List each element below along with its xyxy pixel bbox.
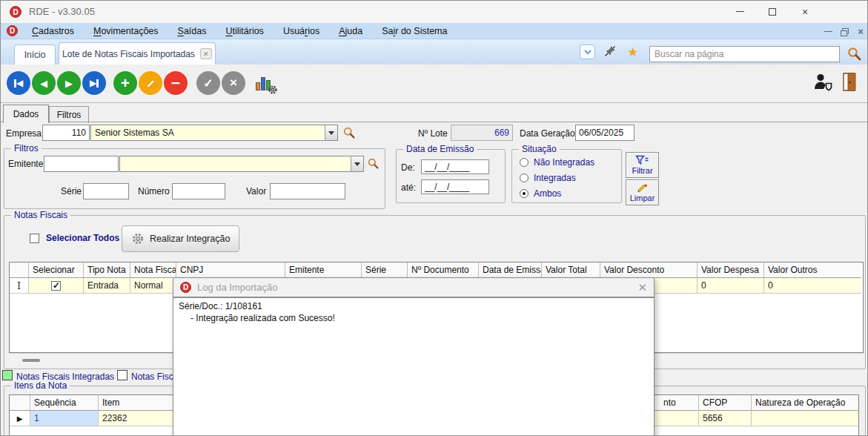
numero-label: Número bbox=[138, 186, 170, 196]
column-header[interactable]: CFOP bbox=[699, 395, 752, 411]
emitente-search-button[interactable] bbox=[367, 157, 380, 170]
last-record-button[interactable]: ▶ bbox=[82, 71, 106, 95]
ate-label: até: bbox=[401, 182, 416, 193]
search-input[interactable] bbox=[649, 46, 840, 62]
radio-nao-integradas[interactable]: Não Integradas bbox=[520, 157, 594, 168]
valor-input[interactable] bbox=[270, 183, 345, 199]
emitente-label: Emitente bbox=[8, 159, 43, 169]
mdi-restore-button[interactable] bbox=[837, 25, 852, 37]
limpar-button[interactable]: Limpar bbox=[626, 179, 659, 205]
scrollbar-thumb[interactable] bbox=[22, 359, 40, 362]
column-header[interactable]: Valor Total bbox=[542, 262, 600, 278]
maximize-button[interactable] bbox=[756, 1, 789, 22]
cell-nota-fiscal: Normal bbox=[130, 278, 176, 294]
column-header[interactable]: CNPJ bbox=[176, 262, 285, 278]
dialog-close-icon[interactable]: ✕ bbox=[637, 281, 647, 294]
chart-bar-icon bbox=[256, 82, 260, 90]
tab-list-dropdown-button[interactable] bbox=[580, 44, 595, 59]
chart-settings-button[interactable] bbox=[254, 73, 276, 93]
tab-filtros[interactable]: Filtros bbox=[49, 106, 89, 123]
radio-integradas[interactable]: Integradas bbox=[520, 173, 576, 183]
application-window: D RDE - v3.30.05 × D Cadastros Movimenta… bbox=[0, 0, 868, 436]
column-header[interactable]: Valor Despesa bbox=[698, 262, 764, 278]
pencil-icon bbox=[145, 78, 156, 89]
last-arrow-icon: ▶ bbox=[90, 78, 96, 88]
mdi-minimize-button[interactable] bbox=[821, 25, 835, 37]
ate-date-input[interactable] bbox=[421, 179, 489, 194]
search-button[interactable] bbox=[847, 46, 862, 62]
column-header[interactable]: Tipo Nota bbox=[84, 262, 130, 278]
cancel-button[interactable]: × bbox=[222, 71, 245, 95]
filtrar-button[interactable]: Filtrar bbox=[626, 152, 659, 178]
situacao-groupbox: Situação Não Integradas Integradas Ambos bbox=[511, 149, 622, 203]
empresa-code-input[interactable] bbox=[42, 125, 90, 141]
previous-record-button[interactable]: ◀ bbox=[32, 71, 56, 95]
radio-selected-icon bbox=[520, 189, 529, 198]
data-geracao-input[interactable] bbox=[575, 125, 635, 141]
add-record-button[interactable]: + bbox=[113, 71, 137, 95]
menu-item-ajuda[interactable]: Ajuda bbox=[329, 23, 372, 39]
menu-item-utilitarios[interactable]: Utilitários bbox=[216, 23, 273, 39]
pin-toggle-button[interactable] bbox=[603, 44, 617, 58]
row-edit-indicator-icon: I bbox=[17, 280, 21, 291]
realizar-integracao-button[interactable]: Realizar Integração bbox=[122, 225, 239, 252]
chart-bar-icon bbox=[261, 77, 265, 90]
edit-record-button[interactable] bbox=[139, 71, 162, 95]
selecionar-todos-checkbox[interactable]: Selecionar Todos bbox=[30, 233, 119, 243]
emitente-dropdown-button[interactable] bbox=[351, 156, 363, 171]
indicator-header bbox=[10, 395, 30, 411]
numero-input[interactable] bbox=[172, 183, 225, 199]
tab-inicio[interactable]: Início bbox=[14, 44, 56, 65]
emitente-code-input[interactable] bbox=[44, 156, 119, 172]
menu-item-sair[interactable]: Sair do Sistema bbox=[372, 23, 457, 39]
cell-tipo-nota: Entrada bbox=[84, 278, 130, 294]
empresa-search-button[interactable] bbox=[342, 126, 356, 139]
de-date-input[interactable] bbox=[421, 159, 489, 174]
favorite-star-icon[interactable]: ★ bbox=[627, 46, 638, 59]
tab-close-icon[interactable]: ✕ bbox=[200, 48, 212, 59]
column-header[interactable]: Sequência bbox=[30, 395, 99, 411]
realizar-integracao-label: Realizar Integração bbox=[150, 234, 230, 244]
radio-ambos[interactable]: Ambos bbox=[520, 188, 561, 199]
menu-item-cadastros[interactable]: Cadastros bbox=[22, 23, 84, 39]
column-header[interactable]: Selecionar bbox=[29, 262, 84, 278]
close-icon: × bbox=[802, 7, 808, 17]
tab-dados[interactable]: Dados bbox=[3, 105, 49, 123]
column-header[interactable]: Nota Fiscal bbox=[130, 262, 176, 278]
dialog-log-text: Série/Doc.: 1/108161 - Integração realiz… bbox=[173, 298, 654, 326]
menu-item-saidas[interactable]: Saídas bbox=[168, 23, 216, 39]
row-checkbox-checked[interactable] bbox=[51, 281, 61, 291]
mdi-close-icon: × bbox=[858, 26, 864, 37]
check-icon: ✓ bbox=[203, 76, 213, 90]
de-label: De: bbox=[401, 162, 415, 173]
dropdown-arrow-icon bbox=[328, 131, 334, 135]
document-tab-strip: Início Lote de Notas Fiscais Importadas … bbox=[1, 39, 868, 65]
confirm-button[interactable]: ✓ bbox=[196, 71, 220, 95]
menu-item-usuarios[interactable]: Usuários bbox=[274, 23, 329, 39]
cell-valor-outros: 0 bbox=[764, 278, 861, 294]
tab-lote-notas-fiscais[interactable]: Lote de Notas Fiscais Importadas ✕ bbox=[59, 42, 216, 65]
close-button[interactable]: × bbox=[789, 1, 821, 22]
log-line: Série/Doc.: 1/108161 bbox=[179, 300, 649, 312]
exit-button[interactable] bbox=[841, 72, 859, 92]
delete-record-button[interactable]: − bbox=[164, 71, 188, 95]
column-header[interactable]: Valor Desconto bbox=[600, 262, 698, 278]
column-header[interactable]: Nº Documento bbox=[408, 262, 479, 278]
first-record-button[interactable]: ◀ bbox=[7, 71, 30, 95]
mdi-close-button[interactable]: × bbox=[853, 25, 868, 37]
empresa-dropdown-button[interactable] bbox=[325, 125, 337, 140]
minimize-button[interactable] bbox=[723, 1, 756, 22]
column-header[interactable]: Emitente bbox=[285, 262, 362, 278]
column-header[interactable]: Série bbox=[362, 262, 408, 278]
empresa-combo[interactable]: Senior Sistemas SA bbox=[90, 125, 338, 141]
itens-da-nota-groupbox-label: Itens da Nota bbox=[11, 380, 70, 391]
emitente-combo[interactable] bbox=[119, 156, 364, 172]
user-permissions-button[interactable] bbox=[813, 72, 833, 91]
column-header[interactable]: Data de Emissão bbox=[479, 262, 542, 278]
menu-item-movimentacoes[interactable]: Movimentações bbox=[84, 23, 168, 39]
column-header[interactable]: Natureza de Operação bbox=[752, 395, 858, 411]
next-record-button[interactable]: ▶ bbox=[57, 71, 81, 95]
legend-green-swatch bbox=[2, 370, 13, 380]
column-header[interactable]: Valor Outros bbox=[764, 262, 861, 278]
serie-input[interactable] bbox=[83, 183, 129, 199]
